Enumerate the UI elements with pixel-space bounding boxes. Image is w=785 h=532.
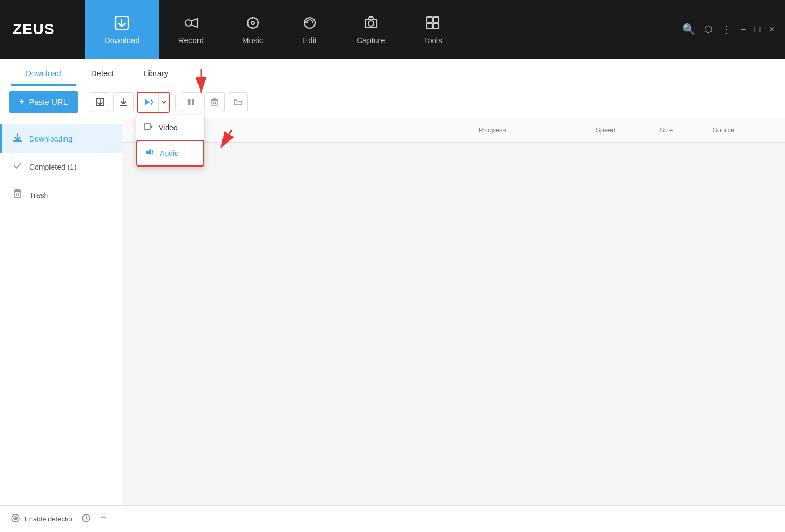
tab-detect[interactable]: Detect <box>76 69 129 86</box>
svg-rect-10 <box>433 23 439 29</box>
sub-tabs: Download Detect Library <box>0 59 785 86</box>
app-logo: ZEUS <box>0 0 85 59</box>
trash-icon <box>12 188 23 202</box>
svg-point-2 <box>247 18 258 28</box>
svg-point-3 <box>251 21 254 24</box>
bottom-bar: Enable detector <box>0 505 785 532</box>
content-area: Downloading Completed (1) Trash <box>0 118 785 505</box>
search-icon[interactable]: 🔍 <box>682 23 696 36</box>
nav-item-edit[interactable]: Edit <box>282 0 337 59</box>
svg-rect-8 <box>433 17 439 22</box>
col-header-speed: Speed <box>596 126 659 134</box>
completed-icon <box>12 160 23 173</box>
svg-rect-16 <box>188 99 191 105</box>
nav-item-music[interactable]: Music <box>223 0 282 59</box>
share-icon[interactable]: ⬡ <box>704 23 713 35</box>
download-video-button[interactable] <box>90 92 110 112</box>
tab-library[interactable]: Library <box>129 69 183 86</box>
svg-rect-13 <box>144 124 151 129</box>
sidebar-label-completed: Completed (1) <box>29 163 77 171</box>
schedule-item[interactable] <box>81 513 91 525</box>
video-label: Video <box>159 123 178 132</box>
nav-label-edit: Edit <box>303 36 317 45</box>
download-queue-button[interactable] <box>113 92 134 112</box>
more-icon[interactable]: ⋮ <box>721 23 732 36</box>
svg-rect-17 <box>192 99 194 105</box>
nav-label-download: Download <box>104 36 140 45</box>
svg-marker-14 <box>151 125 153 128</box>
plus-icon: + <box>19 96 25 107</box>
toolbar: + Paste URL <box>0 86 785 118</box>
nav-item-record[interactable]: Record <box>159 0 223 59</box>
sidebar-label-downloading: Downloading <box>29 135 72 143</box>
audio-video-button-group[interactable] <box>137 92 170 113</box>
sidebar-item-trash[interactable]: Trash <box>0 181 122 209</box>
open-folder-button[interactable] <box>228 92 248 112</box>
detector-icon <box>11 513 20 525</box>
svg-point-1 <box>185 20 192 26</box>
audio-icon <box>145 147 154 159</box>
close-icon[interactable]: × <box>769 24 774 35</box>
paste-url-button[interactable]: + Paste URL <box>9 91 78 113</box>
nav-item-tools[interactable]: Tools <box>404 0 461 59</box>
toolbar-separator-1 <box>175 95 176 110</box>
svg-point-6 <box>368 21 374 26</box>
nav-item-capture[interactable]: Capture <box>337 0 404 59</box>
sidebar-label-trash: Trash <box>29 191 48 200</box>
dropdown-audio-highlight: Audio <box>136 140 204 167</box>
expand-item[interactable] <box>100 516 107 523</box>
table-header: Status Progress Speed Size Source <box>122 118 785 143</box>
nav-label-record: Record <box>178 36 204 45</box>
svg-rect-7 <box>427 17 432 22</box>
tab-download[interactable]: Download <box>11 69 76 86</box>
empty-download-area <box>122 143 785 505</box>
enable-detector-label: Enable detector <box>24 515 73 523</box>
dropdown-video-item[interactable]: Video <box>136 115 204 140</box>
nav-items: Download Record Music E <box>85 0 672 59</box>
delete-button[interactable] <box>204 92 225 112</box>
video-icon <box>144 122 153 134</box>
audio-video-dropdown: Video Audio <box>136 115 205 167</box>
audio-video-group-container: Video Audio <box>137 92 170 113</box>
audio-label: Audio <box>160 149 179 157</box>
sidebar: Downloading Completed (1) Trash <box>0 118 122 505</box>
expand-icon <box>100 516 107 523</box>
top-nav: ZEUS Download Record Music <box>0 0 785 59</box>
col-header-source: Source <box>713 126 776 134</box>
dropdown-audio-item[interactable]: Audio <box>137 141 203 165</box>
sidebar-item-completed[interactable]: Completed (1) <box>0 153 122 181</box>
svg-point-26 <box>15 518 16 519</box>
nav-label-music: Music <box>242 36 263 45</box>
downloading-icon <box>12 132 23 145</box>
enable-detector-item[interactable]: Enable detector <box>11 513 73 525</box>
svg-rect-21 <box>14 191 21 197</box>
audio-video-dropdown-arrow[interactable] <box>158 93 169 112</box>
pause-button[interactable] <box>181 92 201 112</box>
nav-item-download[interactable]: Download <box>85 0 159 59</box>
minimize-icon[interactable]: − <box>740 24 746 35</box>
col-header-progress: Progress <box>478 126 596 134</box>
svg-marker-15 <box>146 149 151 155</box>
svg-rect-9 <box>427 23 432 29</box>
audio-video-main-button[interactable] <box>138 93 158 112</box>
main-content: Status Progress Speed Size Source <box>122 118 785 505</box>
svg-rect-18 <box>212 100 217 105</box>
nav-controls: 🔍 ⬡ ⋮ − □ × <box>672 0 785 59</box>
svg-marker-12 <box>145 99 150 105</box>
nav-label-tools: Tools <box>424 36 442 45</box>
sidebar-item-downloading[interactable]: Downloading <box>0 124 122 153</box>
clock-icon <box>81 513 91 525</box>
col-header-size: Size <box>659 126 713 134</box>
maximize-icon[interactable]: □ <box>755 24 761 35</box>
nav-label-capture: Capture <box>357 36 385 45</box>
